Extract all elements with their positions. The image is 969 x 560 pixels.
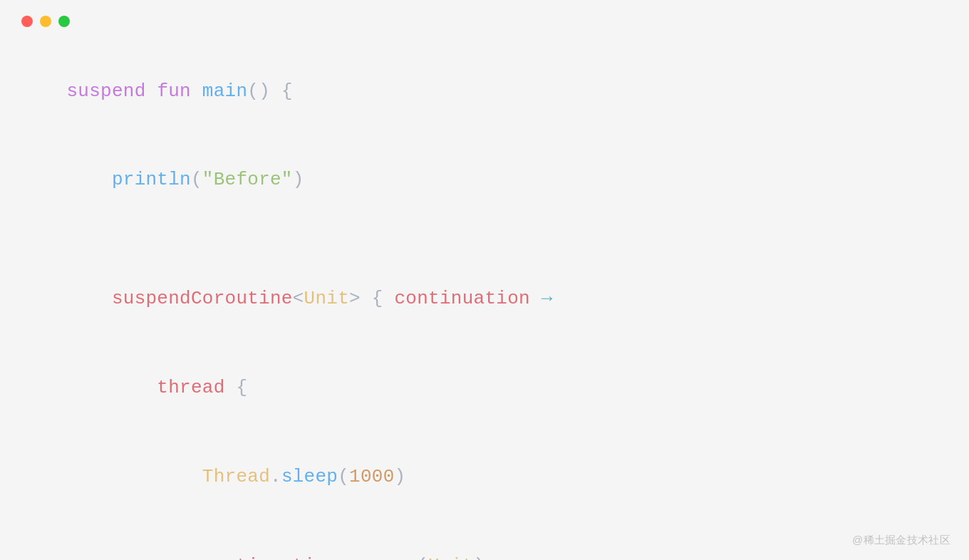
code-line-4: thread {	[21, 343, 948, 432]
dot-green[interactable]	[58, 16, 70, 27]
dot-red[interactable]	[21, 16, 33, 27]
code-line-3: suspendCoroutine<Unit> { continuation →	[21, 255, 948, 344]
code-line-6: continuation.resume(Unit)	[21, 522, 948, 560]
code-line-2: println("Before")	[21, 136, 948, 225]
window-controls	[0, 0, 969, 40]
dot-yellow[interactable]	[40, 16, 51, 27]
code-line-5: Thread.sleep(1000)	[21, 432, 948, 522]
watermark: @稀土掘金技术社区	[852, 534, 950, 547]
code-container: suspend fun main() { println("Before") s…	[0, 40, 969, 560]
code-blank-1	[21, 225, 948, 255]
code-line-1: suspend fun main() {	[21, 47, 948, 136]
